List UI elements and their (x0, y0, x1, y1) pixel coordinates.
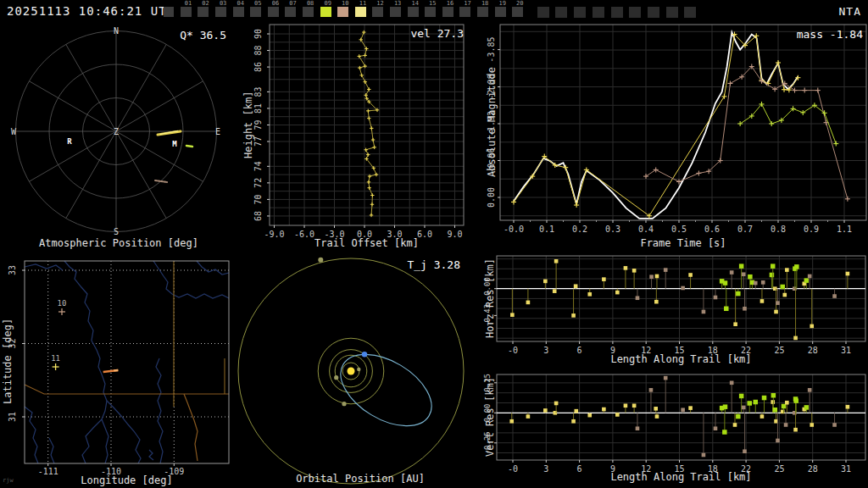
svg-text:M: M (172, 140, 177, 148)
frame-number: 20 (516, 1, 523, 7)
svg-text:-0.0: -0.0 (504, 225, 524, 234)
frame-box-14[interactable] (408, 7, 419, 17)
frame-number: 03 (220, 1, 226, 7)
svg-text:90: 90 (253, 29, 263, 39)
top-bar: 20251113 10:46:21 UTC 010203040506070809… (0, 0, 868, 24)
frame-box-12[interactable] (372, 7, 383, 17)
svg-text:83: 83 (253, 86, 263, 97)
magnitude-ylabel: Absolute Magnitude (486, 67, 498, 177)
frame-number: 02 (202, 1, 209, 7)
svg-text:11: 11 (51, 354, 60, 363)
svg-text:70: 70 (253, 194, 263, 204)
frame-box-05[interactable] (250, 7, 261, 17)
frame-box-06[interactable] (268, 7, 279, 17)
frame-box-13[interactable] (390, 7, 401, 17)
frame-box-10[interactable] (337, 7, 348, 17)
panel-ground-map: -111-110-1093332311011 Longitude [deg] L… (0, 250, 237, 488)
watermark: rjw (3, 477, 14, 484)
frame-number: 12 (376, 1, 383, 7)
frame-box[interactable] (648, 7, 659, 18)
frame-box-15[interactable] (425, 7, 436, 17)
panel-trail-offset: -9.0-6.0-3.00.03.06.09.09088868381797774… (237, 24, 483, 250)
frame-number: 14 (412, 1, 419, 7)
frame-box-16[interactable] (442, 7, 453, 17)
atmospheric-position-plot[interactable]: NSWEZRM (0, 24, 237, 250)
svg-text:72: 72 (253, 178, 263, 188)
frame-box-09[interactable] (320, 7, 331, 17)
frame-box-01[interactable] (181, 7, 192, 17)
frame-number: 19 (499, 1, 506, 7)
frame-box[interactable] (666, 7, 678, 18)
frame-number: 06 (272, 1, 279, 7)
frame-box[interactable] (537, 7, 549, 18)
frame-box[interactable] (629, 7, 641, 18)
svg-text:33: 33 (8, 265, 17, 275)
light-curve-plot[interactable]: -0.00.10.20.30.40.50.60.70.80.91.1-3.85-… (483, 24, 868, 250)
frame-box[interactable] (164, 7, 174, 17)
frame-box-17[interactable] (459, 7, 470, 17)
orbit-plot[interactable] (237, 250, 483, 488)
panel-light-curve: -0.00.10.20.30.40.50.60.70.80.91.1-3.85-… (483, 24, 868, 250)
svg-text:0.4: 0.4 (638, 225, 654, 234)
frame-number: 18 (481, 1, 488, 7)
frame-number: 15 (429, 1, 436, 7)
frame-box-11[interactable] (355, 7, 366, 17)
velocity-stat: vel 27.3 (410, 27, 464, 40)
panel-orbit: T_j 3.28 Orbital Position [AU] (237, 250, 483, 488)
frame-box-20[interactable] (512, 7, 523, 17)
frame-box-07[interactable] (285, 7, 296, 17)
svg-text:10: 10 (58, 299, 67, 308)
frame-box[interactable] (574, 7, 586, 18)
orbit-title: Orbital Position [AU] (237, 473, 483, 485)
trail-ylabel: Height [km] (242, 92, 254, 158)
frame-box[interactable] (555, 7, 567, 18)
vert-res-ylabel: Vert Res [km] (484, 377, 496, 457)
svg-text:0.9: 0.9 (804, 225, 819, 234)
frame-number: 17 (464, 1, 470, 7)
frame-box-18[interactable] (477, 7, 488, 17)
frame-box-19[interactable] (495, 7, 506, 17)
panel-residuals: -036912151822252831-0.00-0.43-0369121518… (483, 250, 868, 488)
frame-number: 10 (342, 1, 348, 7)
frame-box[interactable] (684, 7, 696, 18)
atmospheric-title: Atmospheric Position [deg] (0, 237, 237, 249)
svg-text:68: 68 (253, 211, 263, 221)
svg-text:R: R (67, 137, 72, 146)
svg-text:Z: Z (114, 127, 119, 136)
svg-text:0.1: 0.1 (539, 225, 554, 234)
svg-text:79: 79 (253, 119, 263, 130)
svg-text:0.00: 0.00 (487, 187, 496, 208)
svg-text:31: 31 (8, 412, 17, 422)
frame-number: 11 (359, 1, 366, 7)
svg-text:0.8: 0.8 (771, 225, 786, 234)
frame-box-04[interactable] (233, 7, 244, 17)
svg-text:0.7: 0.7 (737, 225, 753, 234)
svg-text:74: 74 (253, 161, 263, 171)
svg-text:0.6: 0.6 (704, 225, 720, 234)
svg-text:86: 86 (253, 62, 263, 72)
svg-text:88: 88 (253, 46, 263, 56)
frame-number: 01 (185, 1, 192, 7)
svg-text:0.5: 0.5 (671, 225, 687, 234)
frame-box-02[interactable] (198, 7, 209, 17)
frame-box[interactable] (611, 7, 623, 18)
frame-number: 07 (289, 1, 296, 7)
map-ylabel: Latitude [deg] (2, 319, 14, 404)
residuals-plot[interactable]: -036912151822252831-0.00-0.43-0369121518… (483, 250, 868, 488)
frame-box[interactable] (593, 7, 604, 18)
horz-res-ylabel: Horz Res [km] (484, 258, 496, 338)
ground-map-plot[interactable]: -111-110-1093332311011 (0, 250, 237, 488)
magnitude-xlabel: Frame Time [s] (500, 237, 866, 249)
svg-text:0.3: 0.3 (605, 225, 620, 234)
trail-offset-plot[interactable]: -9.0-6.0-3.00.03.06.09.09088868381797774… (237, 24, 483, 250)
svg-text:N: N (114, 26, 119, 36)
svg-text:81: 81 (253, 103, 263, 114)
svg-text:0.2: 0.2 (572, 225, 587, 234)
svg-text:-3.85: -3.85 (487, 37, 496, 63)
vert-res-xlabel: Length Along Trail [km] (497, 471, 865, 483)
frame-strip: 0102030405060708091011121314151617181920 (0, 0, 868, 24)
frame-box-03[interactable] (215, 7, 226, 17)
map-xlabel: Longitude [deg] (16, 474, 237, 486)
frame-box-08[interactable] (303, 7, 314, 17)
meteor-analysis-app: 20251113 10:46:21 UTC 010203040506070809… (0, 0, 868, 488)
